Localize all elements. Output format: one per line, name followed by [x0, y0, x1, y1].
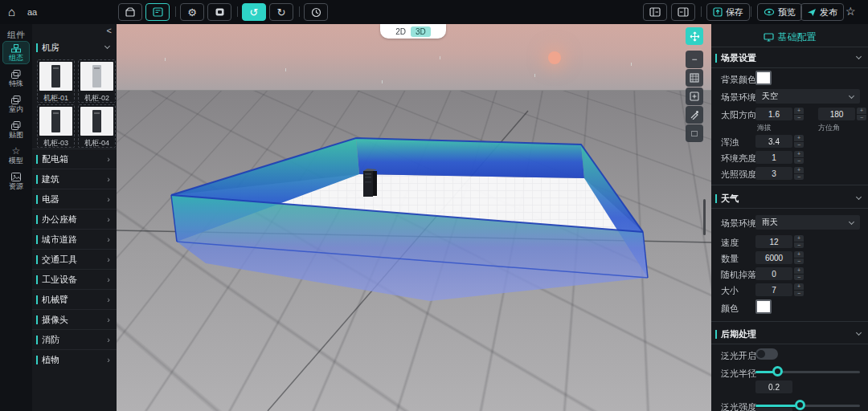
section-post-processing[interactable]: 后期处理: [711, 327, 868, 341]
chevron-right-icon: ›: [107, 315, 110, 324]
rail-item-resource[interactable]: 资源: [3, 170, 29, 192]
category-fire[interactable]: 消防›: [32, 329, 117, 349]
speed-input[interactable]: 12: [755, 235, 792, 248]
speed-stepper[interactable]: +−: [794, 235, 804, 248]
save-button[interactable]: 保存: [706, 3, 750, 21]
rail-item-label: 贴图: [9, 131, 23, 139]
random-drop-input[interactable]: 0: [755, 267, 792, 280]
group-title: 机房: [42, 42, 105, 54]
inspector-tab-basic-config[interactable]: 基础配置: [711, 31, 868, 44]
category-camera[interactable]: 摄像头›: [32, 309, 117, 329]
sun-direction-label: 太阳方向: [721, 109, 756, 121]
history-button[interactable]: [304, 3, 328, 21]
mode-2d-button[interactable]: 2D: [395, 27, 406, 36]
weather-color-swatch[interactable]: [755, 299, 772, 314]
category-plant[interactable]: 植物›: [32, 349, 117, 369]
material-button[interactable]: [207, 3, 231, 21]
add-tool-button[interactable]: [686, 87, 703, 105]
count-label: 数量: [721, 253, 739, 265]
category-power-box[interactable]: 配电箱›: [32, 149, 117, 169]
chevron-right-icon: ›: [107, 355, 110, 364]
category-robot-arm[interactable]: 机械臂›: [32, 289, 117, 309]
library-item-cabinet-01[interactable]: 机柜-01: [37, 59, 75, 103]
undo-button[interactable]: ↺: [242, 3, 266, 21]
sun-azimuth-input[interactable]: 180: [818, 108, 855, 120]
wall-tool-button[interactable]: [686, 69, 703, 87]
size-stepper[interactable]: +−: [794, 283, 804, 296]
sun-azimuth-stepper[interactable]: +−: [857, 108, 866, 120]
chevron-right-icon: ›: [107, 335, 110, 344]
settings-button[interactable]: ⚙: [180, 3, 204, 21]
box-icon: [125, 7, 136, 17]
ambient-stepper[interactable]: +−: [794, 151, 804, 164]
weather-env-label: 场景环境: [721, 218, 756, 230]
favorite-star-button[interactable]: ☆: [845, 5, 856, 18]
cabinet-object[interactable]: [363, 169, 377, 197]
library-item-cabinet-02[interactable]: 机柜-02: [78, 59, 116, 103]
bloom-strength-value[interactable]: [755, 408, 792, 411]
turbidity-stepper[interactable]: +−: [794, 135, 804, 148]
collapse-left-panel-button[interactable]: [643, 3, 667, 21]
count-input[interactable]: 6000: [755, 251, 792, 264]
rail-item-special[interactable]: 特殊: [3, 67, 29, 89]
light-intensity-input[interactable]: 3: [755, 167, 792, 180]
rail-item-texture[interactable]: 贴图: [3, 119, 29, 140]
bloom-radius-slider[interactable]: [755, 366, 860, 377]
category-building[interactable]: 建筑›: [32, 169, 117, 189]
chevron-right-icon: ›: [107, 214, 110, 224]
weather-env-select[interactable]: 雨天: [755, 215, 860, 230]
category-industrial[interactable]: 工业设备›: [32, 269, 117, 289]
light-intensity-stepper[interactable]: +−: [794, 167, 804, 180]
library-item-cabinet-04[interactable]: 机柜-04: [78, 104, 116, 148]
redo-button[interactable]: ↻: [269, 3, 293, 21]
layout-tool-button[interactable]: [145, 3, 170, 21]
viewport-canvas[interactable]: 2D 3D − □: [117, 24, 711, 411]
sun-altitude-stepper[interactable]: +−: [794, 108, 804, 120]
count-stepper[interactable]: +−: [794, 251, 804, 264]
collapse-library-icon[interactable]: <: [107, 26, 112, 35]
chevron-down-icon: [856, 194, 862, 200]
focus-tool-button[interactable]: [686, 27, 703, 45]
home-icon[interactable]: ⌂: [8, 5, 15, 19]
library-group-header[interactable]: 机房: [32, 39, 117, 56]
mode-3d-button[interactable]: 3D: [411, 26, 431, 37]
random-drop-stepper[interactable]: +−: [794, 267, 804, 280]
sun-altitude-input[interactable]: 1.6: [755, 108, 792, 120]
bloom-toggle[interactable]: [755, 348, 778, 360]
gear-icon: ⚙: [187, 6, 197, 18]
size-label: 大小: [721, 285, 739, 297]
turbidity-input[interactable]: 3.4: [755, 135, 792, 148]
slider-knob[interactable]: [772, 366, 783, 376]
category-vehicle[interactable]: 交通工具›: [32, 249, 117, 269]
publish-button[interactable]: 发布: [800, 3, 844, 21]
minus-tool-button[interactable]: −: [686, 51, 703, 68]
bloom-radius-value[interactable]: 0.2: [755, 380, 792, 393]
panel-scrollbar[interactable]: [703, 199, 706, 235]
library-item-label: 机柜-02: [80, 93, 113, 104]
collapse-right-panel-button[interactable]: [671, 3, 695, 21]
box-tool-button[interactable]: [118, 3, 142, 21]
size-input[interactable]: 7: [755, 283, 792, 296]
scene-env-select[interactable]: 天空: [755, 89, 860, 104]
category-electric[interactable]: 电器›: [32, 189, 117, 209]
preview-button[interactable]: 预览: [757, 3, 802, 21]
category-city-road[interactable]: 城市道路›: [32, 229, 117, 249]
section-weather[interactable]: 天气: [711, 191, 868, 206]
select-tool-button[interactable]: □: [686, 124, 703, 142]
plane-icon: [807, 8, 817, 17]
paint-tool-button[interactable]: [686, 106, 703, 124]
rail-item-indoor[interactable]: 室内: [3, 93, 29, 115]
random-drop-label: 随机掉落: [721, 269, 756, 281]
section-scene-settings[interactable]: 场景设置: [711, 51, 868, 65]
bg-color-swatch[interactable]: [755, 71, 772, 85]
ambient-input[interactable]: 1: [755, 151, 792, 164]
redo-icon: ↻: [277, 6, 286, 18]
rail-item-label: 特殊: [9, 79, 23, 87]
library-item-cabinet-03[interactable]: 机柜-03: [37, 104, 75, 148]
rail-item-composition[interactable]: 组态: [3, 42, 29, 63]
wall-tool-icon: [690, 73, 699, 83]
category-office-chair[interactable]: 办公座椅›: [32, 209, 117, 229]
rail-item-model[interactable]: ☆ 模型: [3, 144, 29, 166]
slider-knob[interactable]: [795, 400, 805, 410]
cabinet-thumbnail: [80, 107, 113, 136]
